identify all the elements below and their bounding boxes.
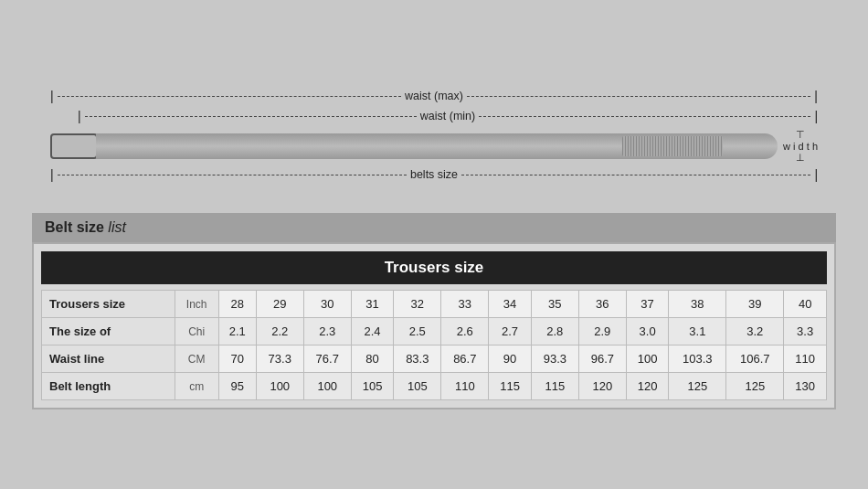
waist-min-line: | waist (min) | [78,109,818,123]
cell-2-6: 115 [489,373,532,400]
cell-1-6: 90 [489,345,532,373]
cell-0-7: 2.8 [531,318,578,345]
cell-1-4: 83.3 [394,345,441,373]
cell-2-7: 115 [531,373,578,400]
dash-left-max [58,96,401,97]
cell-0-8: 2.9 [578,318,626,345]
row-label-1: Waist line [42,345,175,373]
tick-start-belt: | [50,167,54,182]
waist-min-label: waist (min) [420,110,475,122]
cell-2-10: 125 [669,373,726,400]
cell-2-9: 120 [626,373,669,400]
cell-0-12: 3.3 [784,318,827,345]
cell-1-1: 73.3 [256,345,303,373]
cell-1-12: 110 [784,345,827,373]
waist-max-line: | waist (max) | [50,89,818,103]
table-title: Trousers size [41,251,827,284]
cell-1-9: 100 [626,345,669,373]
main-container: | waist (max) | | waist (min) | [14,63,854,426]
cell-1-5: 86.7 [441,345,489,373]
cell-0-1: 2.2 [256,318,303,345]
belts-size-label: belts size [410,168,458,181]
header-cell-8: 34 [489,291,532,318]
table-header-row: Trousers sizeInch28293031323334353637383… [42,291,827,318]
cell-2-2: 100 [303,373,351,400]
tick-end-min: | [814,109,818,123]
table-row-2: Belt lengthcm951001001051051101151151201… [42,373,827,400]
cell-0-6: 2.7 [489,318,532,345]
dash-right-max [467,96,810,97]
row-unit-0: Chi [175,318,218,345]
section-title-italic: list [104,219,126,235]
header-cell-1: Inch [175,291,218,318]
cell-1-10: 103.3 [669,345,726,373]
tick-end-belt: | [814,167,818,182]
header-cell-9: 35 [531,291,578,318]
cell-1-3: 80 [351,345,394,373]
belt-diagram: | waist (max) | | waist (min) | [32,80,836,197]
waist-max-label: waist (max) [405,90,463,102]
tick-start-max: | [50,89,54,103]
cell-0-11: 3.2 [726,318,784,345]
row-unit-1: CM [175,345,218,373]
cell-1-11: 106.7 [726,345,784,373]
cell-0-2: 2.3 [303,318,351,345]
cell-1-7: 93.3 [531,345,578,373]
dash-right-belt [461,175,810,175]
tick-end-max: | [814,89,818,103]
dash-left-min [85,116,417,117]
cell-2-4: 105 [394,373,441,400]
cell-2-11: 125 [726,373,784,400]
cell-2-0: 95 [218,373,256,400]
section-title-bold: Belt size [45,219,104,235]
belt-strap [96,133,778,159]
header-cell-6: 32 [394,291,441,318]
cell-0-0: 2.1 [218,318,256,345]
header-cell-13: 39 [726,291,784,318]
row-unit-2: cm [175,373,218,400]
belts-size-line: | belts size | [50,167,818,182]
section-header: Belt size list [32,213,836,242]
header-cell-2: 28 [218,291,256,318]
header-cell-4: 30 [303,291,351,318]
header-cell-3: 29 [256,291,303,318]
dash-left-belt [58,175,407,175]
cell-2-3: 105 [351,373,394,400]
cell-2-8: 120 [578,373,626,400]
cell-1-0: 70 [218,345,256,373]
table-container: Trousers size Trousers sizeInch282930313… [32,242,836,409]
cell-1-2: 76.7 [303,345,351,373]
cell-0-5: 2.6 [441,318,489,345]
header-cell-7: 33 [441,291,489,318]
header-cell-0: Trousers size [42,291,175,318]
cell-2-12: 130 [784,373,827,400]
row-label-2: Belt length [42,373,175,400]
tick-start-min: | [78,109,81,123]
header-cell-5: 31 [351,291,394,318]
header-cell-10: 36 [578,291,626,318]
table-row-0: The size ofChi2.12.22.32.42.52.62.72.82.… [42,318,827,345]
cell-0-4: 2.5 [394,318,441,345]
size-table: Trousers sizeInch28293031323334353637383… [41,290,827,400]
dash-right-min [479,116,810,117]
cell-0-10: 3.1 [669,318,726,345]
belt-buckle [50,133,98,159]
cell-2-5: 110 [441,373,489,400]
section-header-text: Belt size list [45,219,126,235]
cell-2-1: 100 [256,373,303,400]
cell-1-8: 96.7 [578,345,626,373]
table-row-1: Waist lineCM7073.376.78083.386.79093.396… [42,345,827,373]
header-cell-11: 37 [626,291,669,318]
cell-0-3: 2.4 [351,318,394,345]
cell-0-9: 3.0 [626,318,669,345]
row-label-0: The size of [42,318,175,345]
header-cell-14: 40 [784,291,827,318]
width-label: ⊤ w i d t h ⊥ [783,129,818,164]
belt-visual: ⊤ w i d t h ⊥ [50,129,818,164]
header-cell-12: 38 [669,291,726,318]
belt-textured-end [622,136,723,156]
